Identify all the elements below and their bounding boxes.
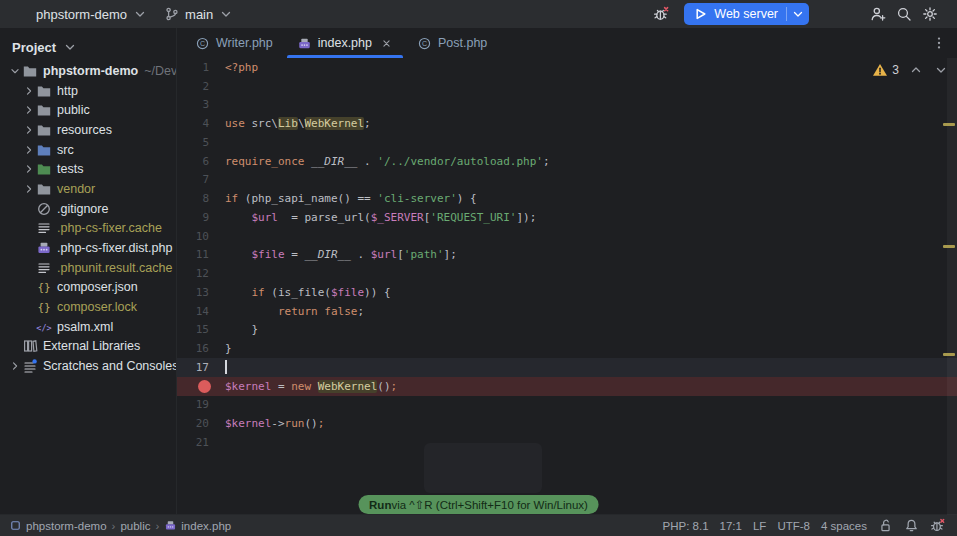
tree-item-resources[interactable]: resources (0, 120, 176, 140)
chevron-right-icon[interactable] (22, 182, 36, 196)
inspections-widget[interactable]: 3 (872, 62, 949, 78)
tab-Post-php[interactable]: CPost.php (405, 28, 499, 58)
tree-item-psalm-xml[interactable]: </>psalm.xml (0, 317, 176, 337)
notifications-button[interactable] (904, 518, 919, 533)
gutter-cell[interactable]: 7 (177, 173, 223, 186)
tree-item-vendor[interactable]: vendor (0, 179, 176, 199)
tree-item--gitignore[interactable]: .gitignore (0, 199, 176, 219)
code-line-content[interactable]: use src\Lib\WebKernel; (223, 117, 371, 130)
gutter-cell[interactable]: 6 (177, 155, 223, 168)
gutter-cell[interactable]: 2 (177, 80, 223, 93)
code-line-content[interactable]: return false; (223, 305, 364, 318)
code-line-content[interactable]: if (php_sapi_name() == 'cli-server') { (223, 192, 477, 205)
code-line-content[interactable]: } (223, 342, 232, 355)
run-configuration-button[interactable]: Web server (684, 3, 809, 25)
code-token: new (291, 380, 311, 393)
code-token: return (278, 305, 318, 318)
tab-index-php[interactable]: index.php (285, 28, 405, 58)
editor-tab-bar: CWriter.phpindex.phpCPost.php (177, 28, 957, 58)
run-options-chevron[interactable] (787, 3, 809, 25)
project-panel-header[interactable]: Project (0, 28, 176, 61)
gutter-cell[interactable]: 12 (177, 267, 223, 280)
code-line-content[interactable] (223, 360, 227, 374)
chevron-right-icon[interactable] (22, 162, 36, 176)
gutter-cell[interactable]: 3 (177, 98, 223, 111)
vcs-branch-selector[interactable]: main (158, 4, 240, 24)
code-line-content[interactable]: require_once __DIR__ . '/../vendor/autol… (223, 155, 550, 168)
gutter-cell[interactable]: 4 (177, 117, 223, 130)
gutter-cell[interactable]: 8 (177, 192, 223, 205)
tree-item-tests[interactable]: tests (0, 159, 176, 179)
editor-scrollbar[interactable] (947, 58, 957, 515)
gutter-cell[interactable]: 17 (177, 361, 223, 374)
gutter-cell[interactable]: 16 (177, 342, 223, 355)
code-with-me-button[interactable] (865, 2, 891, 26)
gutter-cell[interactable]: 5 (177, 136, 223, 149)
prev-problem-button[interactable] (908, 62, 924, 78)
code-editor[interactable]: 1<?php234use src\Lib\WebKernel;56require… (177, 58, 957, 515)
project-selector[interactable]: phpstorm-demo (30, 4, 154, 24)
gutter-cell[interactable]: 20 (177, 417, 223, 430)
svg-text:C: C (422, 40, 427, 47)
tree-item-phpstorm-demo[interactable]: phpstorm-demo~/Dev/p (0, 61, 176, 81)
chevron-right-icon[interactable] (22, 84, 36, 98)
tree-item-http[interactable]: http (0, 81, 176, 101)
breadcrumb-index-php[interactable]: index.php (164, 519, 231, 532)
gutter-cell[interactable]: 13 (177, 286, 223, 299)
breadcrumb-phpstorm-demo[interactable]: phpstorm-demo (9, 519, 107, 532)
warning-stripe-mark[interactable] (943, 245, 955, 248)
tree-item--php-cs-fixer-cache[interactable]: .php-cs-fixer.cache (0, 219, 176, 239)
gutter-cell[interactable]: 10 (177, 230, 223, 243)
code-line-content[interactable]: } (223, 323, 258, 336)
gutter-cell[interactable]: 1 (177, 61, 223, 74)
debug-listener-toggle[interactable] (930, 518, 945, 533)
gutter-cell[interactable]: 19 (177, 398, 223, 411)
main-area: Project phpstorm-demo~/Dev/phttppublicre… (0, 28, 957, 515)
next-problem-button[interactable] (933, 62, 949, 78)
tab-options-button[interactable] (931, 28, 957, 58)
chevron-right-icon[interactable] (8, 359, 22, 373)
gutter-cell[interactable]: 11 (177, 248, 223, 261)
chevron-right-icon[interactable] (22, 143, 36, 157)
code-line-content[interactable]: if (is_file($file)) { (223, 286, 391, 299)
gutter-cell[interactable]: 21 (177, 436, 223, 449)
code-token: -> (271, 417, 284, 430)
search-everywhere-button[interactable] (891, 2, 917, 26)
code-line-content[interactable]: $url = parse_url($_SERVER['REQUEST_URI']… (223, 211, 536, 224)
warning-stripe-mark[interactable] (943, 123, 955, 126)
gutter-cell[interactable]: 14 (177, 305, 223, 318)
status-php-version[interactable]: PHP: 8.1 (663, 520, 709, 532)
code-line-content[interactable]: $file = __DIR__ . $url['path']; (223, 248, 457, 261)
tree-item-label: .php-cs-fixer.dist.php (57, 241, 172, 255)
status-line-ending[interactable]: LF (753, 520, 766, 532)
gutter-cell[interactable]: 15 (177, 323, 223, 336)
chevron-right-icon[interactable] (22, 123, 36, 137)
breakpoint-gutter[interactable] (177, 379, 223, 393)
chevron-right-icon[interactable] (22, 103, 36, 117)
breadcrumb-public[interactable]: public (120, 520, 150, 532)
tree-item-scratches-and-consoles[interactable]: Scratches and Consoles (0, 356, 176, 376)
close-icon[interactable] (380, 37, 393, 50)
status-indent-style[interactable]: 4 spaces (821, 520, 867, 532)
debug-listener-toggle[interactable] (648, 2, 674, 26)
tree-item--phpunit-result-cache[interactable]: .phpunit.result.cache (0, 258, 176, 278)
chevron-down-icon[interactable] (8, 64, 22, 78)
tree-item-composer-lock[interactable]: {}composer.lock (0, 297, 176, 317)
tree-item-public[interactable]: public (0, 100, 176, 120)
code-line-content[interactable]: <?php (223, 61, 258, 74)
gutter-cell[interactable]: 9 (177, 211, 223, 224)
tree-item-composer-json[interactable]: {}composer.json (0, 278, 176, 298)
code-line-21: 21 (177, 433, 957, 452)
status-caret-position[interactable]: 17:1 (720, 520, 742, 532)
code-line-content[interactable]: $kernel->run(); (223, 417, 324, 430)
code-line-content[interactable]: $kernel = new WebKernel(); (223, 380, 397, 393)
tree-item-src[interactable]: src (0, 140, 176, 160)
tree-item--php-cs-fixer-dist-php[interactable]: .php-cs-fixer.dist.php (0, 238, 176, 258)
breakpoint-icon[interactable] (198, 380, 211, 393)
tab-Writer-php[interactable]: CWriter.php (183, 28, 285, 58)
tree-item-external-libraries[interactable]: External Libraries (0, 337, 176, 357)
warning-stripe-mark[interactable] (943, 353, 955, 356)
status-encoding[interactable]: UTF-8 (777, 520, 810, 532)
readonly-toggle[interactable] (878, 518, 893, 533)
settings-button[interactable] (917, 2, 943, 26)
